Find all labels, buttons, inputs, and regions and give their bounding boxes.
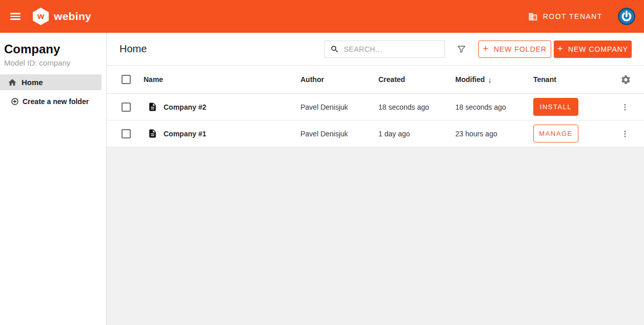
- search-input[interactable]: [344, 45, 439, 53]
- webiny-logo[interactable]: w webiny: [33, 8, 91, 25]
- add-circle-icon: [11, 97, 19, 106]
- row-checkbox[interactable]: [122, 103, 131, 112]
- gear-icon: [620, 74, 631, 85]
- user-avatar[interactable]: [618, 8, 635, 25]
- sidebar-item-label: Home: [22, 78, 43, 87]
- new-folder-button[interactable]: + NEW FOLDER: [478, 40, 551, 58]
- document-icon: [148, 102, 157, 112]
- install-button[interactable]: INSTALL: [533, 98, 578, 116]
- sort-desc-arrow-icon: ↓: [488, 75, 492, 84]
- kebab-menu-icon: [620, 129, 630, 138]
- select-all-checkbox[interactable]: [122, 75, 131, 84]
- home-icon: [8, 78, 17, 87]
- new-company-button[interactable]: + NEW COMPANY: [554, 40, 632, 58]
- create-folder-button[interactable]: Create a new folder: [0, 94, 106, 109]
- entry-name: Company #2: [164, 103, 206, 111]
- brand-wordmark: webiny: [54, 10, 91, 23]
- column-header-created[interactable]: Created: [378, 75, 455, 84]
- webiny-hexagon-icon: w: [33, 8, 49, 25]
- hamburger-menu-icon[interactable]: [10, 13, 21, 20]
- search-box: [325, 40, 445, 58]
- entry-modified: 23 hours ago: [455, 130, 533, 138]
- document-icon: [148, 129, 157, 138]
- search-icon: [330, 44, 339, 54]
- row-menu-button[interactable]: [620, 129, 630, 138]
- tenant-label: ROOT TENANT: [543, 12, 602, 21]
- sidebar-item-label: Create a new folder: [23, 97, 89, 106]
- entry-created: 1 day ago: [378, 130, 455, 138]
- entry-name: Company #1: [164, 130, 206, 138]
- manage-button[interactable]: MANAGE: [533, 125, 578, 143]
- main-content: Home + NEW FOLDER + NEW COMPANY: [107, 33, 644, 325]
- sidebar-item-home[interactable]: Home: [0, 74, 102, 90]
- kebab-menu-icon: [620, 103, 630, 112]
- table-row[interactable]: Company #1 Pavel Denisjuk 1 day ago 23 h…: [107, 120, 644, 147]
- entry-created: 18 seconds ago: [378, 103, 455, 111]
- table-row[interactable]: Company #2 Pavel Denisjuk 18 seconds ago…: [107, 94, 644, 120]
- entry-modified: 18 seconds ago: [455, 103, 533, 111]
- column-header-name[interactable]: Name: [144, 75, 300, 84]
- model-id-subtitle: Model ID: company: [0, 58, 106, 67]
- sidebar: Company Model ID: company Home Create a …: [0, 33, 107, 325]
- page-title: Home: [119, 43, 147, 55]
- column-settings-button[interactable]: [620, 74, 631, 85]
- entry-author: Pavel Denisjuk: [300, 103, 378, 111]
- building-icon: [528, 12, 538, 22]
- row-menu-button[interactable]: [620, 103, 630, 112]
- column-header-tenant: Tenant: [533, 75, 614, 84]
- plus-icon: +: [483, 44, 489, 53]
- column-header-author[interactable]: Author: [300, 75, 378, 84]
- entry-author: Pavel Denisjuk: [300, 130, 378, 138]
- folder-tree: Home Create a new folder: [0, 74, 106, 109]
- content-header: Home + NEW FOLDER + NEW COMPANY: [107, 33, 644, 66]
- plus-icon: +: [557, 44, 564, 53]
- column-header-modified[interactable]: Modified ↓: [455, 75, 533, 84]
- model-title: Company: [0, 42, 106, 56]
- filter-icon: [456, 44, 467, 54]
- top-app-bar: w webiny ROOT TENANT: [0, 0, 644, 33]
- filter-button[interactable]: [456, 44, 467, 54]
- entries-table: Name Author Created Modified ↓ Tenant: [107, 66, 644, 147]
- row-checkbox[interactable]: [122, 129, 131, 138]
- tenant-selector[interactable]: ROOT TENANT: [528, 12, 602, 22]
- table-header-row: Name Author Created Modified ↓ Tenant: [107, 66, 644, 94]
